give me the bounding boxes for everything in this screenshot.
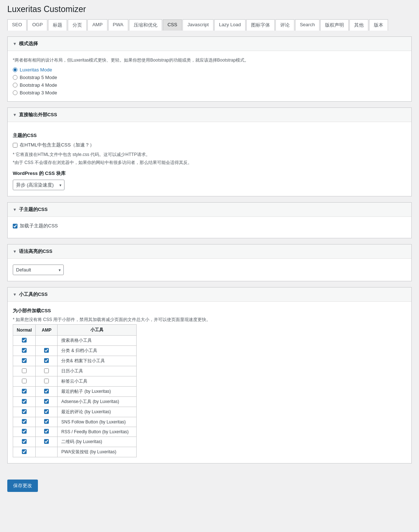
tab-other[interactable]: 其他 xyxy=(349,19,368,31)
syntax-highlight-title: 语法高亮的CSS xyxy=(19,248,52,255)
amp-checkbox-10[interactable] xyxy=(44,439,49,444)
table-row: 二维码 (by Luxeritas) xyxy=(13,437,137,447)
include-theme-css-checkbox[interactable] xyxy=(13,143,17,148)
amp-checkbox-2[interactable] xyxy=(44,358,49,363)
radio-bootstrap3[interactable] xyxy=(13,90,17,95)
widget-css-section: ▼ 小工具的CSS 为小部件加载CSS * 如果您没有将 CSS 用于小部件，禁… xyxy=(7,287,412,463)
normal-checkbox-2[interactable] xyxy=(22,358,27,363)
widget-label-11: PWA安装按钮 (by Luxeritas) xyxy=(58,447,137,457)
tab-ogp[interactable]: OGP xyxy=(27,19,47,31)
wp-css-select-wrapper: 异步 (高渲染速度) Normal None xyxy=(13,180,64,190)
tab-version[interactable]: 版本 xyxy=(369,19,388,31)
normal-checkbox-10[interactable] xyxy=(22,439,27,444)
widget-label-0: 搜索表格小工具 xyxy=(58,336,137,346)
amp-cell-4 xyxy=(36,376,58,387)
wp-css-select[interactable]: 异步 (高渲染速度) Normal None xyxy=(13,180,64,190)
normal-cell-7 xyxy=(13,407,36,417)
normal-cell-11 xyxy=(13,447,36,457)
tab-copyright[interactable]: 版权声明 xyxy=(320,19,349,31)
tab-javascript[interactable]: Javascript xyxy=(183,19,214,31)
external-css-section: ▼ 直接输出外部CSS 主题的CSS 在HTML中包含主题CSS（加速？） * … xyxy=(7,107,412,196)
normal-checkbox-0[interactable] xyxy=(22,338,27,343)
tab-yasuo[interactable]: 压缩和优化 xyxy=(129,19,162,31)
normal-checkbox-11[interactable] xyxy=(22,449,27,454)
radio-bootstrap5[interactable] xyxy=(13,75,17,80)
radio-item-bootstrap4[interactable]: Bootstrap 4 Mode xyxy=(13,82,406,88)
syntax-highlight-header[interactable]: ▼ 语法高亮的CSS xyxy=(8,245,411,259)
normal-cell-5 xyxy=(13,387,36,397)
mode-select-header[interactable]: ▼ 模式选择 xyxy=(8,37,411,51)
syntax-select[interactable]: Default Dark Light xyxy=(13,265,64,275)
radio-luxeritas[interactable] xyxy=(13,67,17,72)
widget-css-header[interactable]: ▼ 小工具的CSS xyxy=(8,287,411,302)
normal-checkbox-4[interactable] xyxy=(22,379,27,383)
widget-css-title: 小工具的CSS xyxy=(19,291,48,298)
child-theme-css-checkbox[interactable] xyxy=(13,224,17,228)
widget-label-9: RSS / Feedly Button (by Luxeritas) xyxy=(58,427,137,437)
amp-checkbox-9[interactable] xyxy=(44,429,49,434)
amp-cell-2 xyxy=(36,356,58,366)
save-button[interactable]: 保存更改 xyxy=(7,480,38,492)
normal-checkbox-5[interactable] xyxy=(22,389,27,394)
tab-comment[interactable]: 评论 xyxy=(275,19,294,31)
tab-seo[interactable]: SEO xyxy=(7,19,27,31)
amp-cell-3 xyxy=(36,366,58,376)
tab-css[interactable]: CSS xyxy=(163,19,182,31)
save-bar: 保存更改 xyxy=(0,475,419,496)
amp-cell-0 xyxy=(36,336,58,346)
syntax-highlight-section: ▼ 语法高亮的CSS Default Dark Light xyxy=(7,244,412,281)
tab-lazyload[interactable]: Lazy Load xyxy=(214,19,246,31)
normal-checkbox-7[interactable] xyxy=(22,409,27,414)
child-theme-css-row: 加载子主题的CSS xyxy=(13,223,406,229)
collapse-arrow-3: ▼ xyxy=(13,207,17,212)
radio-item-bootstrap5[interactable]: Bootstrap 5 Mode xyxy=(13,75,406,80)
child-theme-body: 加载子主题的CSS xyxy=(8,217,411,238)
syntax-select-wrapper: Default Dark Light xyxy=(13,265,64,275)
amp-cell-8 xyxy=(36,417,58,427)
widget-label-5: 最近的帖子 (by Luxeritas) xyxy=(58,387,137,397)
tab-pwa[interactable]: PWA xyxy=(108,19,128,31)
table-row: 最近的评论 (by Luxeritas) xyxy=(13,407,137,417)
radio-label-bootstrap3: Bootstrap 3 Mode xyxy=(20,90,57,95)
page-title: Luxeritas Customizer xyxy=(0,0,419,16)
tab-fenye[interactable]: 分页 xyxy=(68,19,87,31)
amp-cell-7 xyxy=(36,407,58,417)
widget-label-8: SNS Follow Button (by Luxeritas) xyxy=(58,417,137,427)
external-css-header[interactable]: ▼ 直接输出外部CSS xyxy=(8,108,411,122)
normal-checkbox-9[interactable] xyxy=(22,429,27,434)
normal-cell-3 xyxy=(13,366,36,376)
normal-checkbox-3[interactable] xyxy=(22,368,27,373)
amp-checkbox-4[interactable] xyxy=(44,379,49,383)
child-theme-section: ▼ 子主题的CSS 加载子主题的CSS xyxy=(7,202,412,238)
tab-icon-font[interactable]: 图标字体 xyxy=(246,19,275,31)
widget-label-6: Adsense小工具 (by Luxeritas) xyxy=(58,397,137,407)
normal-checkbox-6[interactable] xyxy=(22,399,27,404)
normal-cell-1 xyxy=(13,346,36,356)
amp-checkbox-5[interactable] xyxy=(44,389,49,394)
tab-amp[interactable]: AMP xyxy=(87,19,107,31)
table-row: SNS Follow Button (by Luxeritas) xyxy=(13,417,137,427)
normal-cell-4 xyxy=(13,376,36,387)
wp-css-label: WordPress 的 CSS 块库 xyxy=(13,170,406,177)
external-css-info1: * 它将直接在HTML文件中包含 style.css 代码。这可以减少HTTP请… xyxy=(13,151,406,158)
external-css-info2: *由于 CSS 不会缓存在浏览器中，如果你的网站中有很多访问者，那么结果可能会适… xyxy=(13,159,406,166)
tab-biaoti[interactable]: 标题 xyxy=(48,19,67,31)
normal-checkbox-8[interactable] xyxy=(22,419,27,424)
amp-checkbox-7[interactable] xyxy=(44,409,49,414)
external-css-body: 主题的CSS 在HTML中包含主题CSS（加速？） * 它将直接在HTML文件中… xyxy=(8,122,411,196)
tab-search[interactable]: Search xyxy=(295,19,320,31)
amp-checkbox-8[interactable] xyxy=(44,419,49,424)
amp-checkbox-3[interactable] xyxy=(44,368,49,373)
amp-checkbox-1[interactable] xyxy=(44,348,49,353)
table-row: RSS / Feedly Button (by Luxeritas) xyxy=(13,427,137,437)
normal-cell-9 xyxy=(13,427,36,437)
radio-bootstrap4[interactable] xyxy=(13,83,17,87)
radio-label-bootstrap4: Bootstrap 4 Mode xyxy=(20,82,57,88)
radio-item-bootstrap3[interactable]: Bootstrap 3 Mode xyxy=(13,90,406,95)
widget-table: Normal AMP 小工具 搜索表格小工具分类 & 归档小工具分类& 档案下拉… xyxy=(13,324,137,457)
normal-checkbox-1[interactable] xyxy=(22,348,27,353)
mode-select-section: ▼ 模式选择 *两者都有相同的设计布局，但Luxeritas模式更快、更轻。如果… xyxy=(7,36,412,102)
child-theme-header[interactable]: ▼ 子主题的CSS xyxy=(8,203,411,217)
radio-item-luxeritas[interactable]: Luxeritas Mode xyxy=(13,67,406,73)
amp-checkbox-6[interactable] xyxy=(44,399,49,404)
